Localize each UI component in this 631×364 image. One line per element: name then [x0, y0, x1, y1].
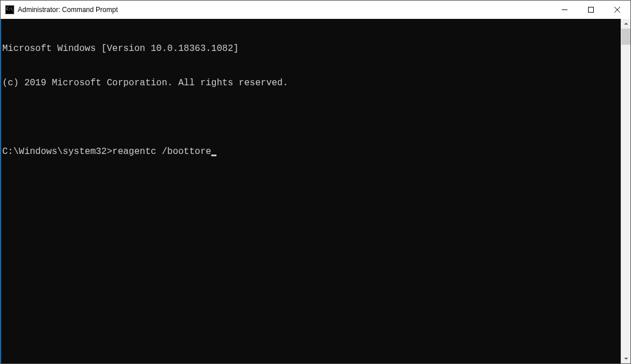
minimize-button[interactable] — [551, 1, 578, 19]
chevron-up-icon — [624, 22, 628, 26]
command-input[interactable]: reagentc /boottore — [112, 146, 211, 157]
maximize-button[interactable] — [578, 1, 604, 19]
window-title: Administrator: Command Prompt — [18, 6, 118, 14]
scroll-up-button[interactable] — [621, 19, 630, 29]
content-area: Microsoft Windows [Version 10.0.18363.10… — [1, 19, 630, 363]
titlebar[interactable]: Administrator: Command Prompt — [1, 1, 630, 19]
vertical-scrollbar[interactable] — [621, 19, 630, 363]
scroll-down-button[interactable] — [621, 354, 630, 363]
cmd-icon — [5, 5, 14, 14]
maximize-icon — [588, 7, 594, 13]
chevron-down-icon — [624, 357, 628, 361]
scroll-track[interactable] — [621, 29, 630, 354]
terminal-line: Microsoft Windows [Version 10.0.18363.10… — [2, 43, 621, 54]
minimize-icon — [562, 7, 567, 13]
svg-rect-1 — [589, 7, 594, 13]
prompt-line: C:\Windows\system32>reagentc /boottore — [2, 146, 621, 157]
window-controls — [551, 1, 630, 19]
close-button[interactable] — [604, 1, 630, 19]
scroll-thumb[interactable] — [621, 29, 630, 45]
terminal-output[interactable]: Microsoft Windows [Version 10.0.18363.10… — [1, 19, 621, 363]
command-prompt-window: Administrator: Command Prompt Microsoft … — [0, 0, 631, 364]
cursor — [211, 155, 216, 156]
terminal-line: (c) 2019 Microsoft Corporation. All righ… — [2, 77, 621, 89]
close-icon — [614, 7, 620, 13]
terminal-blank-line — [2, 112, 621, 123]
prompt-text: C:\Windows\system32> — [2, 146, 112, 157]
